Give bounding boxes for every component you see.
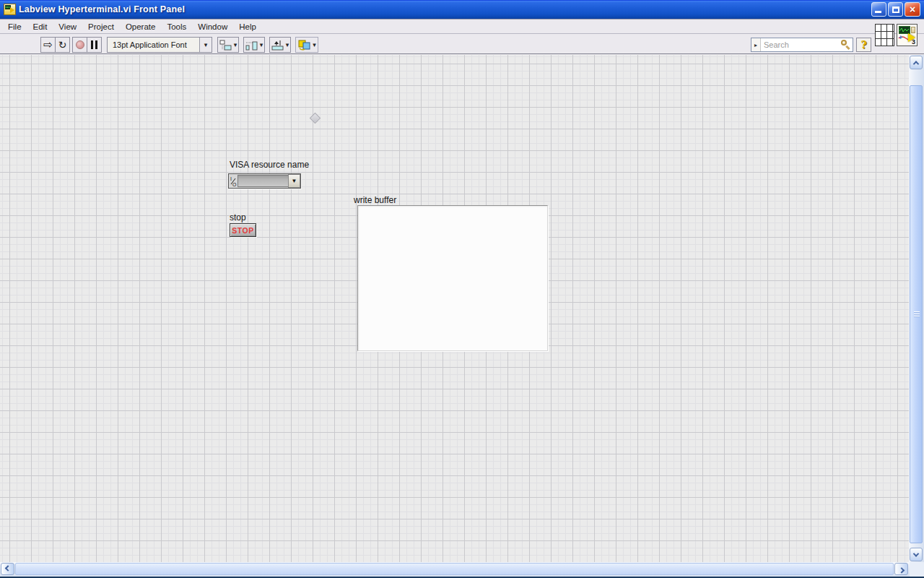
pause-button[interactable] [87,37,102,53]
window-title: Labview Hyperterminal.vi Front Panel [19,4,185,14]
search-icon [840,39,851,51]
menu-project[interactable]: Project [82,20,120,33]
menu-help[interactable]: Help [233,20,262,33]
vertical-scrollbar-thumb[interactable] [910,85,923,543]
stop-button[interactable]: STOP [230,223,256,237]
labview-app-icon [4,4,16,15]
align-objects-icon [219,40,232,51]
minimize-icon [875,11,881,13]
vi-plus-glyph: + [899,35,902,41]
labview-window: Labview Hyperterminal.vi Front Panel × F… [0,0,924,578]
distribute-objects-dropdown-icon: ▾ [260,41,263,48]
align-objects-button[interactable]: ▾ [217,37,239,53]
horizontal-scrollbar[interactable] [0,562,910,577]
menu-file[interactable]: File [2,20,27,33]
write-buffer-input[interactable] [357,205,548,351]
scroll-up-button[interactable] [910,56,923,69]
minimize-button[interactable] [871,2,886,17]
chevron-down-icon [913,551,919,556]
resize-objects-dropdown-icon: ▾ [286,41,289,48]
menu-tools[interactable]: Tools [161,20,192,33]
panel-origin-marker [310,113,321,124]
vi-badge-count: 3 [912,39,915,46]
menu-window[interactable]: Window [192,20,233,33]
stop-label: stop [230,212,246,223]
io-type-icon: I O [229,174,237,188]
run-continuously-icon: ↻ [58,40,67,50]
chevron-right-icon [898,567,904,573]
distribute-objects-button[interactable]: ▾ [243,37,265,53]
visa-resource-value[interactable] [237,175,288,187]
svg-text:O: O [232,182,237,187]
maximize-restore-icon [892,7,899,13]
svg-text:I: I [230,176,232,181]
menu-view[interactable]: View [53,20,82,33]
search-box: ▸ [751,38,853,52]
chevron-up-icon [913,61,919,66]
scroll-right-button[interactable] [894,563,908,575]
visa-dropdown-button[interactable]: ▼ [288,174,300,188]
write-buffer-label: write buffer [354,195,396,205]
alignment-grid-icon[interactable] [875,24,894,46]
pause-icon [91,40,97,49]
resize-objects-icon [271,40,284,51]
run-continuously-button[interactable]: ↻ [55,37,70,53]
font-selector[interactable]: 13pt Application Font ▾ [107,37,212,53]
chevron-left-icon [4,565,10,571]
menu-edit[interactable]: Edit [27,20,53,33]
font-selector-value: 13pt Application Font [108,38,199,52]
close-button[interactable]: × [905,2,920,17]
abort-button[interactable] [72,37,87,53]
visa-resource-label: VISA resource name [230,160,309,170]
vertical-scrollbar[interactable] [909,55,924,562]
menu-operate[interactable]: Operate [120,20,162,33]
run-button[interactable]: ⇨ [40,37,56,53]
resize-objects-button[interactable]: ▾ [269,37,291,53]
reorder-objects-icon [297,39,310,51]
align-objects-dropdown-icon: ▾ [234,41,237,48]
search-expander-icon[interactable]: ▸ [751,38,761,51]
titlebar[interactable]: Labview Hyperterminal.vi Front Panel × [0,0,924,19]
search-input[interactable] [761,40,840,49]
context-help-button[interactable]: ? [856,38,871,52]
abort-icon [76,40,84,49]
vi-tools-strip [911,27,915,33]
menubar: File Edit View Project Operate Tools Win… [0,19,924,34]
front-panel[interactable]: VISA resource name I O ▼ stop STOP write… [0,55,909,562]
toolbar: ⇨ ↻ 13pt Application Font ▾ ▾ [0,35,924,54]
help-icon: ? [860,39,866,51]
scroll-down-button[interactable] [910,548,923,561]
scrollbar-corner [910,562,924,577]
close-icon: × [910,4,915,14]
distribute-objects-icon [245,40,258,51]
visa-resource-combo[interactable]: I O ▼ [228,173,301,189]
vi-thumbnail-icon[interactable]: + 3 [897,24,918,46]
horizontal-scrollbar-thumb[interactable] [15,563,894,575]
reorder-objects-button[interactable]: ▾ [295,37,318,53]
font-selector-dropdown-icon[interactable]: ▾ [199,38,212,52]
run-arrow-icon: ⇨ [43,39,53,50]
reorder-objects-dropdown-icon: ▾ [313,41,316,48]
app-icon-arrow [10,7,14,13]
maximize-button[interactable] [888,2,903,17]
scroll-left-button[interactable] [1,563,14,575]
